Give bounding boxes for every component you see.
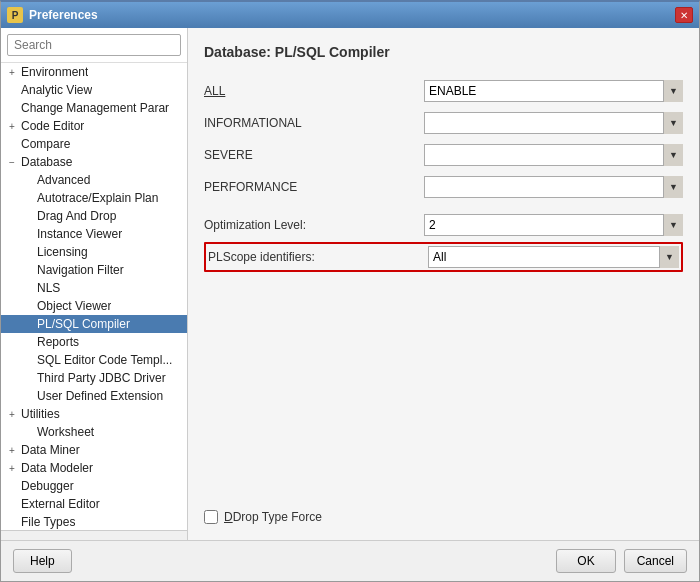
window-title: Preferences <box>29 8 98 22</box>
plscope-label: PLScope identifiers: <box>208 250 428 264</box>
tree: + Environment Analytic View Change Manag… <box>1 63 187 530</box>
sidebar-item-nls[interactable]: NLS <box>1 279 187 297</box>
sidebar-item-label: Instance Viewer <box>37 227 122 241</box>
expand-icon <box>21 245 35 259</box>
optimization-select[interactable]: 0 1 2 3 <box>424 214 683 236</box>
expand-icon <box>21 299 35 313</box>
expand-icon <box>5 137 19 151</box>
sidebar-item-file-types[interactable]: File Types <box>1 513 187 530</box>
drop-type-force-underlined: D <box>224 510 233 524</box>
app-icon: P <box>7 7 23 23</box>
content-area: + Environment Analytic View Change Manag… <box>1 28 699 540</box>
sidebar-item-label: Debugger <box>21 479 74 493</box>
plscope-select[interactable]: All None Public <box>428 246 679 268</box>
sidebar-item-advanced[interactable]: Advanced <box>1 171 187 189</box>
search-input[interactable] <box>7 34 181 56</box>
sidebar-item-reports[interactable]: Reports <box>1 333 187 351</box>
sidebar-item-label: Navigation Filter <box>37 263 124 277</box>
search-box <box>1 28 187 63</box>
drop-type-force-text: Drop Type Force <box>233 510 322 524</box>
sidebar-item-external-editor[interactable]: External Editor <box>1 495 187 513</box>
informational-select[interactable]: ENABLE DISABLE <box>424 112 683 134</box>
expand-icon <box>21 425 35 439</box>
title-bar-controls: ✕ <box>675 7 693 23</box>
sidebar-item-utilities[interactable]: + Utilities <box>1 405 187 423</box>
expand-icon <box>21 281 35 295</box>
sidebar-item-compare[interactable]: Compare <box>1 135 187 153</box>
sidebar-item-label: Object Viewer <box>37 299 111 313</box>
sidebar-item-label: Utilities <box>21 407 60 421</box>
expand-icon: + <box>5 65 19 79</box>
expand-icon <box>21 173 35 187</box>
close-button[interactable]: ✕ <box>675 7 693 23</box>
sidebar-item-object-viewer[interactable]: Object Viewer <box>1 297 187 315</box>
sidebar-item-third-party[interactable]: Third Party JDBC Driver <box>1 369 187 387</box>
sidebar-item-instance-viewer[interactable]: Instance Viewer <box>1 225 187 243</box>
sidebar-item-label: Data Miner <box>21 443 80 457</box>
sidebar: + Environment Analytic View Change Manag… <box>1 28 188 540</box>
preferences-window: P Preferences ✕ + Environment <box>0 0 700 582</box>
informational-row: INFORMATIONAL ENABLE DISABLE ▼ <box>204 112 683 134</box>
sidebar-item-database[interactable]: − Database <box>1 153 187 171</box>
drop-type-force-checkbox[interactable] <box>204 510 218 524</box>
sidebar-item-label: Code Editor <box>21 119 84 133</box>
optimization-row: Optimization Level: 0 1 2 3 ▼ <box>204 214 683 236</box>
sidebar-scrollbar <box>1 530 187 540</box>
main-panel: Database: PL/SQL Compiler ALL ENABLE DIS… <box>188 28 699 540</box>
sidebar-item-code-editor[interactable]: + Code Editor <box>1 117 187 135</box>
sidebar-item-label: Advanced <box>37 173 90 187</box>
expand-icon <box>5 83 19 97</box>
severe-label: SEVERE <box>204 148 424 162</box>
ok-button[interactable]: OK <box>556 549 615 573</box>
sidebar-item-drag-drop[interactable]: Drag And Drop <box>1 207 187 225</box>
performance-select[interactable]: ENABLE DISABLE <box>424 176 683 198</box>
sidebar-item-label: Third Party JDBC Driver <box>37 371 166 385</box>
sidebar-item-debugger[interactable]: Debugger <box>1 477 187 495</box>
sidebar-item-label: File Types <box>21 515 75 529</box>
cancel-button[interactable]: Cancel <box>624 549 687 573</box>
optimization-select-wrapper: 0 1 2 3 ▼ <box>424 214 683 236</box>
sidebar-item-worksheet[interactable]: Worksheet <box>1 423 187 441</box>
sidebar-item-licensing[interactable]: Licensing <box>1 243 187 261</box>
sidebar-item-label: External Editor <box>21 497 100 511</box>
plscope-row: PLScope identifiers: All None Public ▼ <box>208 246 679 268</box>
sidebar-item-label: Analytic View <box>21 83 92 97</box>
sidebar-item-label: Database <box>21 155 72 169</box>
sidebar-item-label: Reports <box>37 335 79 349</box>
expand-icon <box>21 317 35 331</box>
sidebar-item-label: User Defined Extension <box>37 389 163 403</box>
sidebar-item-change-mgmt[interactable]: Change Management Parar <box>1 99 187 117</box>
expand-icon: + <box>5 119 19 133</box>
severe-select-wrapper: ENABLE DISABLE ▼ <box>424 144 683 166</box>
sidebar-item-user-defined[interactable]: User Defined Extension <box>1 387 187 405</box>
performance-label: PERFORMANCE <box>204 180 424 194</box>
spacer <box>204 282 683 490</box>
sidebar-item-analytic-view[interactable]: Analytic View <box>1 81 187 99</box>
all-label: ALL <box>204 84 424 98</box>
expand-icon <box>21 191 35 205</box>
panel-title: Database: PL/SQL Compiler <box>204 44 683 64</box>
sidebar-item-sql-editor[interactable]: SQL Editor Code Templ... <box>1 351 187 369</box>
expand-icon <box>21 227 35 241</box>
severe-row: SEVERE ENABLE DISABLE ▼ <box>204 144 683 166</box>
sidebar-item-data-modeler[interactable]: + Data Modeler <box>1 459 187 477</box>
all-select[interactable]: ENABLE DISABLE ERROR WARNING <box>424 80 683 102</box>
expand-icon <box>21 371 35 385</box>
sidebar-item-autotrace[interactable]: Autotrace/Explain Plan <box>1 189 187 207</box>
sidebar-item-label: Licensing <box>37 245 88 259</box>
sidebar-item-label: SQL Editor Code Templ... <box>37 353 172 367</box>
performance-select-wrapper: ENABLE DISABLE ▼ <box>424 176 683 198</box>
expand-icon <box>21 389 35 403</box>
sidebar-item-label: Autotrace/Explain Plan <box>37 191 158 205</box>
severe-select[interactable]: ENABLE DISABLE <box>424 144 683 166</box>
sidebar-item-navigation-filter[interactable]: Navigation Filter <box>1 261 187 279</box>
title-bar: P Preferences ✕ <box>1 2 699 28</box>
informational-label: INFORMATIONAL <box>204 116 424 130</box>
expand-icon <box>21 209 35 223</box>
sidebar-item-data-miner[interactable]: + Data Miner <box>1 441 187 459</box>
sidebar-item-plsql-compiler[interactable]: PL/SQL Compiler <box>1 315 187 333</box>
optimization-label: Optimization Level: <box>204 218 424 232</box>
help-button[interactable]: Help <box>13 549 72 573</box>
sidebar-item-environment[interactable]: + Environment <box>1 63 187 81</box>
sidebar-item-label: Worksheet <box>37 425 94 439</box>
